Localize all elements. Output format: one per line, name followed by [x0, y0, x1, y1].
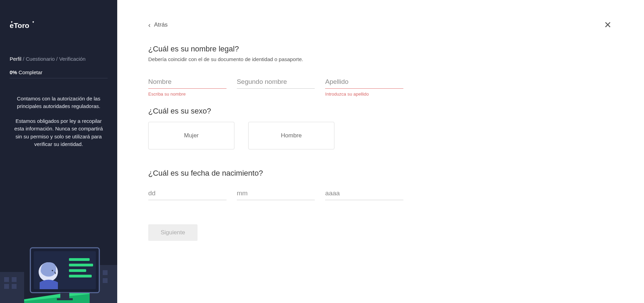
etoro-logo-svg: eToro [10, 21, 48, 30]
gender-female-label: Mujer [184, 132, 199, 139]
back-label: Atrás [154, 21, 168, 28]
first-name-error: Escriba su nombre [148, 91, 227, 97]
gender-female-button[interactable]: Mujer [148, 122, 234, 149]
svg-rect-19 [69, 258, 90, 261]
middle-name-error [237, 91, 315, 97]
close-icon: ✕ [604, 20, 612, 30]
progress-percent: 0% [10, 69, 17, 75]
breadcrumb-perfil: Perfil [10, 56, 21, 62]
svg-point-18 [52, 270, 53, 271]
progress-label: 0% Completar [10, 69, 108, 75]
last-name-input[interactable] [325, 76, 403, 89]
legal-name-title: ¿Cuál es su nombre legal? [148, 45, 403, 53]
dob-month-input[interactable] [237, 187, 315, 200]
svg-rect-4 [4, 277, 9, 282]
svg-rect-5 [12, 277, 17, 282]
svg-rect-16 [57, 298, 73, 300]
next-label: Siguiente [161, 229, 185, 236]
next-button[interactable]: Siguiente [148, 224, 198, 241]
back-button[interactable]: ‹ Atrás [148, 21, 168, 28]
last-name-error: Introduzca su apellido [325, 91, 403, 97]
gender-male-label: Hombre [281, 132, 302, 139]
dob-year-input[interactable] [325, 187, 403, 200]
sidebar: eToro Perfil / Cuestionario / Verificaci… [0, 0, 117, 303]
middle-name-input[interactable] [237, 76, 315, 89]
main-content: ‹ Atrás ✕ ¿Cuál es su nombre legal? Debe… [117, 0, 644, 303]
svg-rect-15 [60, 293, 69, 299]
sidebar-blurb-1: Contamos con la autorización de las prin… [10, 95, 108, 110]
progress-text: Completar [19, 69, 42, 75]
close-button[interactable]: ✕ [603, 19, 613, 31]
breadcrumb: Perfil / Cuestionario / Verificación [10, 56, 108, 62]
dob-day-input[interactable] [148, 187, 227, 200]
svg-rect-21 [69, 269, 86, 272]
legal-name-subtitle: Debería coincidir con el de su documento… [148, 56, 403, 62]
svg-rect-12 [103, 278, 108, 283]
gender-title: ¿Cuál es su sexo? [148, 107, 403, 116]
breadcrumb-verificacion: Verificación [59, 56, 85, 62]
svg-rect-10 [103, 270, 108, 275]
svg-text:eToro: eToro [10, 21, 29, 29]
svg-rect-6 [4, 284, 9, 289]
sidebar-blurb-2: Estamos obligados por ley a recopilar es… [10, 117, 108, 148]
chevron-left-icon: ‹ [148, 21, 151, 28]
gender-male-button[interactable]: Hombre [248, 122, 334, 149]
dob-title: ¿Cuál es su fecha de nacimiento? [148, 169, 403, 178]
breadcrumb-cuestionario: Cuestionario [26, 56, 55, 62]
first-name-input[interactable] [148, 76, 227, 89]
etoro-logo: eToro [10, 21, 108, 32]
sidebar-illustration [0, 231, 117, 303]
svg-rect-22 [69, 275, 92, 277]
svg-rect-20 [69, 264, 93, 266]
progress-bar [10, 78, 108, 78]
svg-rect-7 [12, 284, 17, 289]
